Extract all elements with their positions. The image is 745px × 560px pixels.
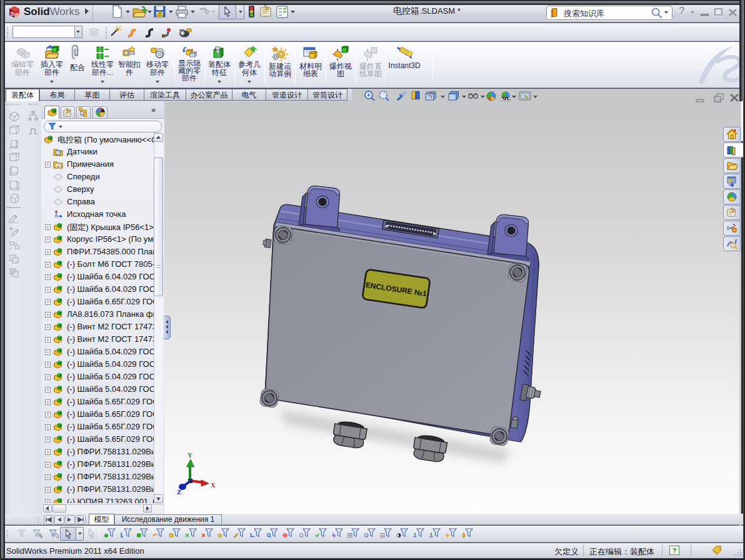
svg-text:X: X [211,481,216,489]
svg-text:!: ! [159,11,161,17]
svg-text:Z: Z [177,488,181,496]
svg-text:A: A [57,164,61,169]
svg-text:W: W [14,11,19,18]
svg-text:A: A [381,534,384,538]
svg-text:Y: Y [188,451,192,459]
svg-text:N: N [366,534,368,538]
